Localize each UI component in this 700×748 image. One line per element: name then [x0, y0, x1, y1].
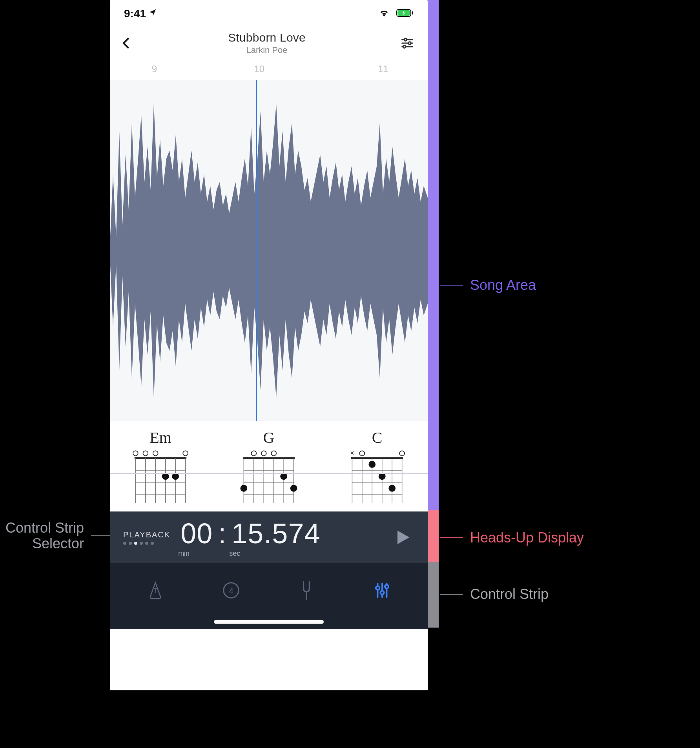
region-rail-strip	[428, 562, 439, 628]
location-icon	[148, 8, 157, 19]
control-strip-selector[interactable]: PLAYBACK	[123, 530, 170, 545]
callout-text: Control Strip	[5, 520, 84, 536]
svg-rect-26	[243, 457, 295, 459]
time-display: 00 min : 15.574 sec	[180, 517, 381, 558]
unit-min: min	[178, 550, 190, 558]
page-dot	[129, 542, 132, 545]
play-button[interactable]	[391, 526, 414, 549]
region-rail-song	[428, 0, 439, 510]
page-dot	[140, 542, 143, 545]
time-sec: 15	[232, 518, 264, 549]
chord-diagram: C×	[336, 428, 418, 503]
home-indicator[interactable]	[214, 620, 324, 624]
svg-point-57	[368, 461, 376, 468]
unit-sec: sec	[229, 550, 240, 558]
callout-text: Song Area	[470, 277, 536, 293]
leader-line	[440, 285, 463, 286]
song-title: Stubborn Love	[136, 31, 398, 44]
timeline-ruler[interactable]: 9 10 11	[110, 61, 428, 80]
page-dot	[134, 542, 137, 545]
title-block: Stubborn Love Larkin Poe	[136, 31, 398, 55]
fretboard-icon	[127, 448, 194, 503]
tuning-fork-button[interactable]	[295, 579, 318, 602]
page-dots	[123, 542, 154, 545]
leader-line	[440, 594, 463, 595]
svg-point-21	[153, 451, 158, 456]
chord-diagram: Em	[119, 428, 202, 503]
callout-song-area: Song Area	[440, 277, 536, 293]
svg-point-6	[408, 42, 411, 45]
wifi-icon	[378, 7, 390, 20]
svg-point-69	[385, 585, 388, 588]
playhead[interactable]	[256, 80, 257, 421]
callout-text: Selector	[32, 535, 84, 551]
chord-strip: EmGC×	[110, 421, 428, 511]
svg-point-38	[261, 451, 266, 456]
svg-point-54	[399, 451, 405, 456]
status-bar: 9:41	[110, 0, 428, 27]
ruler-tick: 11	[378, 64, 388, 75]
waveform-graphic	[110, 80, 428, 421]
svg-point-37	[271, 451, 276, 456]
svg-point-65	[376, 586, 379, 590]
mixer-button[interactable]	[370, 579, 394, 602]
svg-point-41	[290, 485, 297, 492]
leader-line	[440, 537, 463, 538]
svg-point-39	[251, 451, 256, 456]
svg-point-23	[133, 451, 138, 456]
page-dot	[123, 542, 126, 545]
header: Stubborn Love Larkin Poe	[110, 27, 428, 61]
svg-point-20	[183, 451, 188, 456]
chord-name: G	[228, 428, 310, 447]
callout-text: Control Strip	[470, 586, 549, 602]
callout-control-strip-selector: Control Strip Selector	[5, 520, 110, 551]
ruler-tick: 9	[152, 64, 157, 75]
fretboard-icon	[235, 448, 302, 503]
svg-point-24	[172, 473, 179, 480]
settings-button[interactable]	[398, 34, 417, 53]
leader-line	[91, 535, 110, 536]
svg-point-25	[162, 473, 169, 480]
ruler-tick: 10	[254, 64, 264, 75]
chord-name: C	[336, 428, 418, 447]
svg-rect-1	[412, 11, 413, 15]
svg-text:4: 4	[229, 586, 233, 595]
status-time: 9:41	[124, 7, 146, 20]
chord-name: Em	[119, 428, 202, 447]
svg-point-67	[380, 591, 384, 594]
back-button[interactable]	[117, 34, 136, 53]
callout-hud: Heads-Up Display	[440, 530, 584, 546]
svg-rect-43	[351, 457, 403, 459]
page-dot	[151, 542, 154, 545]
hud: PLAYBACK 00 min : 15.574 sec	[110, 511, 428, 563]
svg-point-59	[388, 485, 396, 492]
song-artist: Larkin Poe	[136, 45, 398, 55]
time-min: 00	[180, 517, 213, 550]
time-ms: 574	[272, 518, 320, 549]
page-dot	[145, 542, 148, 545]
region-rail-hud	[428, 510, 439, 562]
svg-point-55	[359, 451, 365, 456]
svg-point-22	[143, 451, 148, 456]
svg-point-58	[379, 473, 386, 480]
svg-point-40	[280, 473, 287, 480]
callout-text: Heads-Up Display	[470, 530, 584, 546]
phone-frame: 9:41	[110, 0, 428, 690]
tempo-button[interactable]: T	[144, 579, 167, 602]
svg-text:×: ×	[350, 449, 354, 457]
callout-control-strip: Control Strip	[440, 586, 549, 602]
control-strip: T 4	[110, 563, 428, 629]
svg-text:T: T	[153, 587, 157, 594]
svg-rect-9	[135, 457, 186, 459]
battery-icon	[396, 7, 414, 20]
svg-point-8	[403, 45, 406, 48]
svg-point-42	[240, 485, 247, 492]
chord-diagram: G	[228, 428, 310, 503]
svg-point-4	[404, 38, 407, 41]
hud-mode-label: PLAYBACK	[123, 530, 170, 539]
waveform-view[interactable]	[110, 80, 428, 421]
fretboard-icon: ×	[344, 448, 410, 503]
metronome-button[interactable]: 4	[219, 579, 243, 602]
